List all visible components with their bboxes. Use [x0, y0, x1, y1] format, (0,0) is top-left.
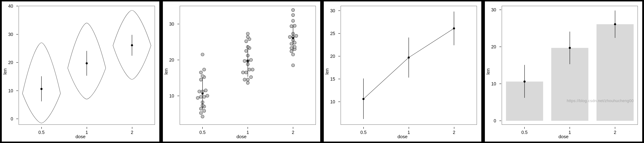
- y-tick-label: 40: [8, 4, 13, 9]
- y-tick-label: 10: [330, 99, 335, 104]
- dot-panel: len dose 1020300.512: [163, 2, 320, 141]
- data-dot: [202, 109, 206, 112]
- x-tick-label: 1: [246, 130, 249, 135]
- data-dot: [290, 46, 293, 50]
- violin-panel: len dose 0102030400.512: [2, 2, 159, 141]
- y-tick-label: 20: [169, 57, 174, 63]
- mean-point: [408, 56, 410, 59]
- x-axis-label: dose: [236, 134, 246, 139]
- y-tick-label: 10: [491, 81, 496, 86]
- y-axis-label: len: [324, 68, 330, 75]
- data-dot: [290, 25, 293, 28]
- y-tick-label: 30: [491, 7, 496, 13]
- data-dot: [244, 40, 248, 43]
- data-dot: [290, 50, 293, 53]
- data-dot: [202, 68, 206, 71]
- data-dot: [292, 64, 295, 67]
- x-tick-label: 0.5: [38, 130, 44, 135]
- x-tick-label: 0.5: [200, 130, 206, 135]
- data-dot: [292, 14, 295, 17]
- x-axis-label: dose: [76, 134, 86, 139]
- data-dot: [293, 24, 296, 27]
- x-tick-label: 1: [568, 130, 571, 135]
- y-tick-label: 0: [11, 116, 13, 121]
- dot-plot-area: 1020300.512: [180, 6, 316, 125]
- mean-point: [362, 98, 364, 100]
- data-dot: [199, 78, 202, 81]
- data-dot: [201, 53, 204, 56]
- data-dot: [290, 42, 293, 45]
- violin-plot-area: 0102030400.512: [19, 6, 155, 125]
- y-tick-label: 30: [169, 22, 174, 27]
- x-tick-label: 2: [614, 130, 616, 135]
- data-dot: [248, 68, 251, 71]
- y-tick-label: 10: [8, 88, 13, 93]
- x-tick-label: 1: [86, 130, 88, 135]
- y-tick-label: 25: [330, 31, 335, 36]
- bar-panel: len dose https://blog.csdn.net/zhouhuche…: [485, 2, 642, 141]
- mean-point: [524, 81, 526, 83]
- data-dot: [249, 76, 252, 79]
- chart-row: len dose 0102030400.512 len dose 1020300…: [0, 0, 644, 143]
- x-tick-label: 2: [292, 130, 294, 135]
- x-tick-label: 1: [408, 130, 410, 135]
- data-dot: [243, 78, 246, 81]
- data-dot: [293, 45, 296, 49]
- mean-point: [569, 47, 571, 49]
- data-dot: [241, 71, 244, 74]
- x-tick-label: 2: [453, 130, 456, 135]
- data-dot: [199, 111, 202, 114]
- data-dot: [201, 115, 204, 118]
- y-tick-label: 20: [8, 60, 13, 65]
- mean-point: [247, 60, 249, 62]
- y-axis-label: len: [163, 68, 169, 75]
- x-axis-label: dose: [558, 134, 568, 139]
- data-dot: [199, 71, 202, 74]
- mean-point: [131, 44, 133, 46]
- line-plot-area: 10152025300.512: [341, 6, 477, 125]
- x-tick-label: 0.5: [360, 130, 366, 135]
- data-dot: [198, 90, 201, 93]
- y-tick-label: 30: [8, 32, 13, 37]
- data-dot: [204, 89, 207, 92]
- mean-point: [453, 27, 455, 30]
- mean-point: [292, 37, 294, 39]
- y-tick-label: 20: [330, 54, 335, 59]
- y-tick-label: 10: [169, 93, 174, 98]
- bar: [596, 24, 634, 121]
- data-dot: [292, 8, 295, 12]
- data-dot: [196, 96, 199, 100]
- y-tick-label: 15: [330, 76, 335, 82]
- bar-plot-area: https://blog.csdn.net/zhouhucheng00 0102…: [502, 6, 638, 125]
- data-dot: [244, 71, 248, 74]
- y-tick-label: 0: [494, 118, 496, 123]
- data-dot: [202, 95, 206, 98]
- data-dot: [251, 68, 254, 71]
- y-axis-label: len: [2, 68, 8, 75]
- data-dot: [201, 75, 204, 78]
- data-dot: [249, 58, 252, 62]
- mean-point: [614, 23, 616, 25]
- data-dot: [199, 95, 202, 98]
- y-axis-label: len: [485, 68, 491, 75]
- x-axis-label: dose: [398, 134, 408, 139]
- data-dot: [199, 107, 202, 110]
- mean-point: [40, 88, 42, 90]
- data-dot: [246, 32, 249, 35]
- data-dot: [244, 49, 248, 53]
- data-dot: [288, 35, 292, 39]
- data-dot: [243, 59, 246, 63]
- y-tick-label: 20: [491, 44, 496, 49]
- data-dot: [246, 81, 249, 84]
- x-tick-label: 2: [131, 130, 134, 135]
- data-dot: [246, 78, 249, 81]
- mean-point: [202, 92, 204, 95]
- data-dot: [292, 53, 295, 56]
- y-tick-label: 30: [330, 8, 335, 13]
- line-panel: len dose 10152025300.512: [324, 2, 481, 141]
- x-tick-label: 0.5: [522, 130, 528, 135]
- mean-point: [86, 62, 88, 64]
- data-dot: [295, 34, 298, 38]
- data-dot: [206, 94, 209, 97]
- data-dot: [246, 35, 249, 39]
